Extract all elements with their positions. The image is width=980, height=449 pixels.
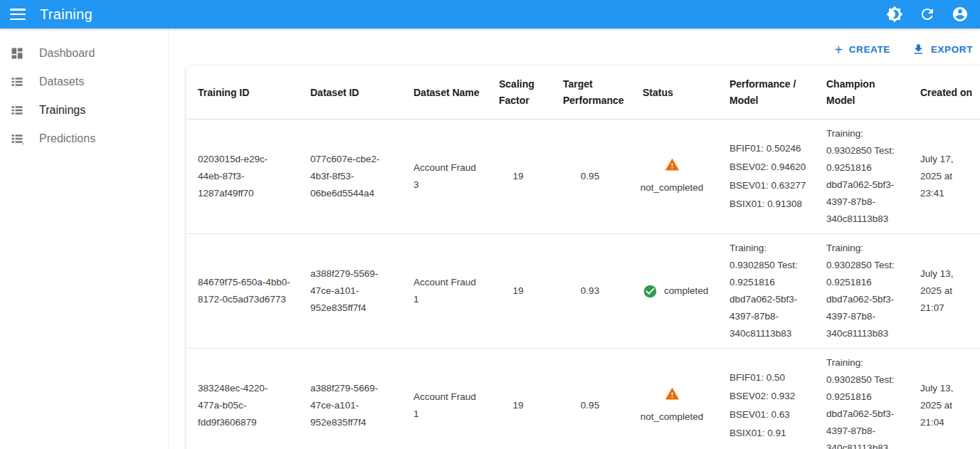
performance-model-cell: Training: 0.9302850 Test: 0.9251816 dbd7… (718, 234, 815, 349)
status-label: not_completed (641, 179, 704, 196)
col-performance-model: Performance / Model (718, 66, 815, 120)
scaling-factor-cell: 19 (488, 234, 552, 349)
training-id-cell: 0203015d-e29c-44eb-87f3-1287af49ff70 (186, 120, 299, 234)
dataset-id-cell: a388f279-5669-47ce-a101-952e835ff7f4 (299, 349, 402, 449)
dashboard-icon (10, 46, 24, 60)
table-row[interactable]: 84679f75-650a-4bb0-8172-0c5ad73d6773a388… (186, 234, 980, 349)
export-button[interactable]: EXPORT (912, 43, 973, 56)
dataset-id-cell: 077c607e-cbe2-4b3f-8f53-06be6d5544a4 (299, 120, 402, 234)
metric-line: BSEV01: 0.63 (729, 406, 808, 424)
dataset-name-cell: Account Fraud 1 (402, 234, 488, 349)
metric-line: BSIX01: 0.91 (729, 424, 808, 443)
status-cell: not_completed (631, 120, 718, 234)
champion-model-text: Training: 0.9302850 Test: 0.9251816 dbd7… (826, 125, 902, 228)
target-performance-cell: 0.95 (552, 120, 631, 234)
sidebar-item-trainings[interactable]: Trainings (0, 96, 168, 125)
trainings-table-card: Training ID Dataset ID Dataset Name Scal… (186, 66, 980, 449)
col-target-performance: Target Performance (552, 66, 631, 120)
trainings-icon (10, 103, 24, 117)
training-id-cell: 383248ec-4220-477a-b05c-fdd9f3606879 (186, 349, 299, 449)
champion-model-text: Training: 0.9302850 Test: 0.9251816 dbd7… (826, 354, 902, 449)
warning-icon (665, 386, 680, 401)
status-cell: completed (631, 234, 718, 349)
metric-line: BFIF01: 0.50 (729, 369, 808, 387)
warning-icon (665, 157, 680, 172)
dataset-name-cell: Account Fraud 1 (402, 349, 488, 449)
app-bar: Training (0, 0, 980, 28)
created-on-cell: July 13, 2025 at 21:07 (909, 234, 980, 349)
app-title: Training (40, 6, 93, 23)
sidebar-item-label: Datasets (39, 75, 84, 88)
table-row[interactable]: 383248ec-4220-477a-b05c-fdd9f3606879a388… (186, 349, 980, 449)
col-dataset-id: Dataset ID (299, 66, 402, 120)
status-label: not_completed (641, 408, 704, 426)
dataset-id-cell: a388f279-5569-47ce-a101-952e835ff7f4 (299, 234, 402, 349)
col-dataset-name: Dataset Name (402, 66, 488, 120)
col-created-on: Created on (909, 66, 980, 120)
target-performance-cell: 0.93 (552, 234, 631, 349)
col-scaling-factor: Scaling Factor (488, 66, 552, 120)
status-cell: not_completed (631, 349, 718, 449)
col-training-id: Training ID (186, 66, 299, 120)
metric-line: BSIX01: 0.91308 (729, 195, 808, 213)
dataset-name-cell: Account Fraud 3 (402, 120, 488, 234)
create-button[interactable]: + CREATE (834, 44, 890, 56)
metric-line: BSEV02: 0.94620 (729, 158, 808, 176)
sidebar-item-label: Dashboard (39, 47, 95, 60)
download-icon (912, 43, 925, 56)
predictions-icon (10, 132, 24, 146)
performance-text: Training: 0.9302850 Test: 0.9251816 dbd7… (729, 240, 808, 342)
sidebar-item-datasets[interactable]: Datasets (0, 68, 168, 96)
performance-model-cell: BFIF01: 0.50BSEV02: 0.932BSEV01: 0.63BSI… (718, 349, 815, 449)
training-id-cell: 84679f75-650a-4bb0-8172-0c5ad73d6773 (186, 234, 299, 349)
scaling-factor-cell: 19 (488, 120, 552, 234)
refresh-icon[interactable] (919, 6, 936, 23)
sidebar-item-predictions[interactable]: Predictions (0, 125, 168, 153)
status-label: completed (664, 282, 708, 300)
menu-icon[interactable] (10, 9, 26, 20)
sidebar-item-dashboard[interactable]: Dashboard (0, 39, 168, 68)
account-circle-icon[interactable] (952, 6, 969, 23)
col-champion-model: Champion Model (815, 66, 909, 120)
trainings-table: Training ID Dataset ID Dataset Name Scal… (186, 66, 980, 449)
brightness-toggle-icon[interactable] (886, 6, 903, 23)
main-content: + CREATE EXPORT Training ID Data (169, 28, 980, 449)
metric-line: BSEV01: 0.63277 (729, 176, 808, 195)
champion-model-cell: Training: 0.9302850 Test: 0.9251816 dbd7… (815, 120, 909, 234)
scaling-factor-cell: 19 (488, 349, 552, 449)
toolbar: + CREATE EXPORT (169, 28, 980, 66)
table-header-row: Training ID Dataset ID Dataset Name Scal… (186, 66, 980, 120)
metric-line: BFIF01: 0.50246 (729, 139, 808, 158)
target-performance-cell: 0.95 (552, 349, 631, 449)
datasets-icon (10, 75, 24, 89)
sidebar: Dashboard Datasets Trainings Predictions (0, 28, 169, 449)
table-row[interactable]: 0203015d-e29c-44eb-87f3-1287af49ff70077c… (186, 120, 980, 234)
created-on-cell: July 13, 2025 at 21:04 (909, 349, 980, 449)
col-status: Status (631, 66, 718, 120)
created-on-cell: July 17, 2025 at 23:41 (909, 120, 980, 234)
sidebar-item-label: Trainings (39, 104, 85, 117)
champion-model-cell: Training: 0.9302850 Test: 0.9251816 dbd7… (815, 234, 909, 349)
metric-line: BSEV02: 0.932 (729, 387, 808, 406)
sidebar-item-label: Predictions (39, 132, 95, 145)
performance-model-cell: BFIF01: 0.50246BSEV02: 0.94620BSEV01: 0.… (718, 120, 815, 234)
champion-model-cell: Training: 0.9302850 Test: 0.9251816 dbd7… (815, 349, 909, 449)
check-circle-icon (643, 284, 658, 299)
champion-model-text: Training: 0.9302850 Test: 0.9251816 dbd7… (826, 240, 902, 342)
table-body: 0203015d-e29c-44eb-87f3-1287af49ff70077c… (186, 120, 980, 449)
plus-icon: + (834, 44, 843, 56)
